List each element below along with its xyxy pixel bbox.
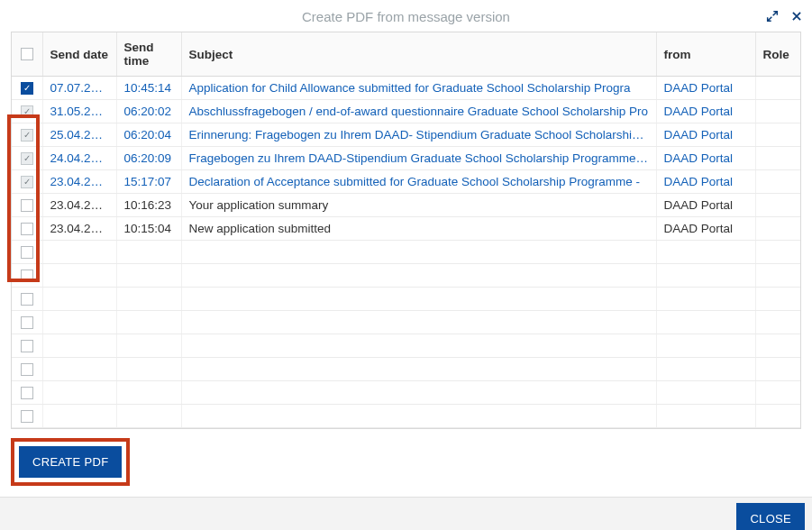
cell-time: 10:16:23 — [116, 194, 181, 217]
cell-from[interactable]: DAAD Portal — [656, 100, 755, 123]
cell-from: DAAD Portal — [656, 194, 755, 217]
col-send-time[interactable]: Send time — [116, 32, 181, 77]
row-checkbox[interactable]: ✓ — [21, 129, 33, 142]
table-row: ✓25.04.202006:20:04Erinnerung: Frageboge… — [12, 123, 800, 147]
table-row-empty — [12, 264, 800, 288]
row-checkbox[interactable] — [21, 387, 33, 399]
col-from[interactable]: from — [656, 32, 755, 77]
cell-from[interactable]: DAAD Portal — [656, 123, 755, 147]
row-checkbox[interactable] — [21, 270, 33, 282]
cell-role — [755, 170, 800, 194]
col-subject[interactable]: Subject — [181, 32, 656, 77]
cell-role — [755, 217, 800, 241]
messages-table: Send date Send time Subject from Role ✓0… — [11, 32, 801, 429]
cell-date[interactable]: 24.04.2020 — [42, 147, 116, 170]
cell-from[interactable]: DAAD Portal — [656, 77, 755, 100]
cell-from[interactable]: DAAD Portal — [656, 170, 755, 194]
cell-date: 23.04.2020 — [42, 217, 116, 241]
dialog-footer: CLOSE — [0, 497, 812, 530]
row-checkbox[interactable]: ✓ — [21, 176, 33, 188]
cell-subject: Your application summary — [181, 194, 656, 217]
cell-time[interactable]: 06:20:04 — [116, 123, 181, 147]
col-send-date[interactable]: Send date — [42, 32, 116, 77]
cell-date: 23.04.2020 — [42, 194, 116, 217]
table-header-row: Send date Send time Subject from Role — [12, 32, 800, 77]
row-checkbox[interactable] — [21, 363, 33, 376]
cell-from[interactable]: DAAD Portal — [656, 147, 755, 170]
row-checkbox[interactable] — [21, 316, 33, 329]
table-row: ✓31.05.202006:20:02Abschlussfragebogen /… — [12, 100, 800, 123]
row-checkbox[interactable] — [21, 223, 33, 235]
create-pdf-button[interactable]: CREATE PDF — [19, 446, 122, 478]
cell-time[interactable]: 15:17:07 — [116, 170, 181, 194]
cell-role — [755, 100, 800, 123]
close-icon[interactable] — [790, 10, 803, 23]
dialog-header: Create PDF from message version — [0, 0, 812, 32]
select-all-checkbox[interactable] — [21, 48, 33, 60]
table-row-empty — [12, 405, 800, 428]
row-checkbox[interactable] — [21, 293, 33, 306]
cell-subject[interactable]: Erinnerung: Fragebogen zu Ihrem DAAD- St… — [181, 123, 656, 147]
table-row-empty — [12, 241, 800, 264]
cell-time: 10:15:04 — [116, 217, 181, 241]
table-row: ✓24.04.202006:20:09Fragebogen zu Ihrem D… — [12, 147, 800, 170]
dialog-title: Create PDF from message version — [11, 9, 801, 24]
cell-date[interactable]: 31.05.2020 — [42, 100, 116, 123]
highlight-create-pdf: CREATE PDF — [11, 438, 130, 486]
cell-role — [755, 194, 800, 217]
table-row: ✓07.07.202010:45:14Application for Child… — [12, 77, 800, 100]
table-row-empty — [12, 334, 800, 358]
table-row: 23.04.202010:16:23Your application summa… — [12, 194, 800, 217]
cell-subject[interactable]: Fragebogen zu Ihrem DAAD-Stipendium Grad… — [181, 147, 656, 170]
cell-subject[interactable]: Declaration of Acceptance submitted for … — [181, 170, 656, 194]
cell-subject[interactable]: Abschlussfragebogen / end-of-award quest… — [181, 100, 656, 123]
cell-time[interactable]: 06:20:02 — [116, 100, 181, 123]
table-row-empty — [12, 381, 800, 405]
cell-subject[interactable]: Application for Child Allowance submitte… — [181, 77, 656, 100]
cell-subject: New application submitted — [181, 217, 656, 241]
row-checkbox[interactable]: ✓ — [21, 152, 33, 165]
cell-date[interactable]: 07.07.2020 — [42, 77, 116, 100]
table-row: ✓23.04.202015:17:07Declaration of Accept… — [12, 170, 800, 194]
cell-date[interactable]: 23.04.2020 — [42, 170, 116, 194]
cell-date[interactable]: 25.04.2020 — [42, 123, 116, 147]
cell-role — [755, 123, 800, 147]
cell-from: DAAD Portal — [656, 217, 755, 241]
row-checkbox[interactable] — [21, 199, 33, 212]
col-checkbox — [12, 32, 42, 77]
row-checkbox[interactable] — [21, 246, 33, 259]
expand-icon[interactable] — [765, 9, 780, 23]
table-row-empty — [12, 311, 800, 334]
row-checkbox[interactable] — [21, 340, 33, 352]
cell-time[interactable]: 10:45:14 — [116, 77, 181, 100]
close-button[interactable]: CLOSE — [736, 503, 805, 530]
table-row-empty — [12, 358, 800, 381]
row-checkbox[interactable]: ✓ — [21, 105, 33, 118]
cell-time[interactable]: 06:20:09 — [116, 147, 181, 170]
cell-role — [755, 77, 800, 100]
row-checkbox[interactable]: ✓ — [21, 82, 33, 95]
table-row-empty — [12, 288, 800, 311]
cell-role — [755, 147, 800, 170]
col-role[interactable]: Role — [755, 32, 800, 77]
table-row: 23.04.202010:15:04New application submit… — [12, 217, 800, 241]
row-checkbox[interactable] — [21, 410, 33, 423]
